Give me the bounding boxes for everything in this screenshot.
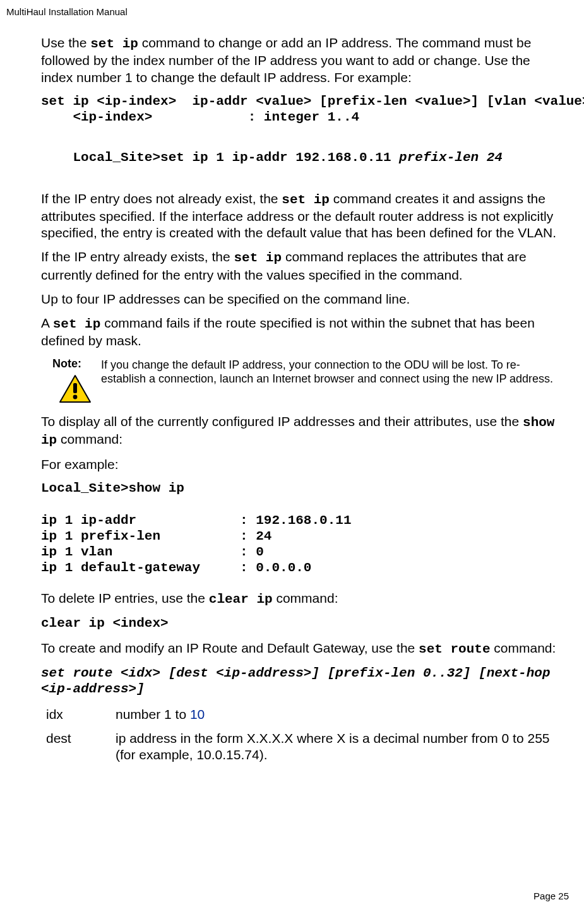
definition-body: ip address in the form X.X.X.X where X i…	[116, 730, 562, 764]
paragraph: If the IP entry already exists, the set …	[41, 249, 562, 283]
paragraph: Up to four IP addresses can be specified…	[41, 291, 562, 307]
definition-row-idx: idx number 1 to 10	[41, 706, 562, 723]
code-block-setip-example: Local_Site>set ip 1 ip-addr 192.168.0.11…	[41, 134, 562, 182]
text: command:	[273, 591, 338, 605]
definition-term: idx	[41, 706, 116, 723]
code-text-italic: prefix-len 24	[399, 150, 503, 165]
note-label: Note:	[41, 357, 101, 370]
text: To delete IP entries, use the	[41, 591, 209, 605]
text: Use the	[41, 35, 90, 50]
inline-code: clear ip	[209, 592, 273, 607]
text: command fails if the route specified is …	[41, 316, 535, 348]
text: If the IP entry already exists, the	[41, 249, 234, 264]
svg-rect-1	[73, 383, 77, 393]
paragraph: A set ip command fails if the route spec…	[41, 315, 562, 350]
inline-code: set ip	[234, 251, 282, 265]
inline-code: set route	[419, 642, 490, 656]
code-block-setip-syntax: set ip <ip-index> ip-addr <value> [prefi…	[41, 93, 562, 125]
note-body: If you change the default IP address, yo…	[101, 357, 562, 386]
svg-point-2	[73, 394, 77, 399]
code-text: Local_Site>set ip 1 ip-addr 192.168.0.11	[73, 150, 399, 165]
text: number 1 to	[116, 707, 190, 721]
definition-row-dest: dest ip address in the form X.X.X.X wher…	[41, 730, 562, 764]
code-block-setroute: set route <idx> [dest <ip-address>] [pre…	[41, 665, 562, 697]
text: A	[41, 316, 53, 330]
text: command:	[57, 432, 122, 446]
paragraph: For example:	[41, 456, 562, 473]
code-block-clearip: clear ip <index>	[41, 615, 562, 631]
note-left-col: Note:	[41, 357, 101, 406]
inline-code: set ip	[90, 37, 138, 51]
inline-code: set ip	[282, 192, 330, 207]
inline-code: set ip	[53, 317, 101, 331]
code-block-showip: Local_Site>show ip ip 1 ip-addr : 192.16…	[41, 480, 562, 576]
text: To display all of the currently configur…	[41, 414, 523, 429]
paragraph: To create and modify an IP Route and Def…	[41, 640, 562, 658]
page-footer: Page 25	[533, 891, 569, 901]
definition-body: number 1 to 10	[116, 706, 562, 723]
running-header: MultiHaul Installation Manual	[6, 6, 562, 17]
note-block: Note: If you change the default IP addre…	[41, 357, 562, 406]
text: To create and modify an IP Route and Def…	[41, 641, 419, 655]
paragraph: To delete IP entries, use the clear ip c…	[41, 590, 562, 608]
text: command:	[491, 641, 556, 655]
warning-icon	[59, 374, 92, 403]
text: If the IP entry does not already exist, …	[41, 191, 282, 206]
definition-term: dest	[41, 730, 116, 764]
text-highlight: 10	[190, 707, 205, 721]
paragraph: To display all of the currently configur…	[41, 413, 562, 449]
paragraph-intro: Use the set ip command to change or add …	[41, 35, 562, 86]
paragraph: If the IP entry does not already exist, …	[41, 191, 562, 242]
